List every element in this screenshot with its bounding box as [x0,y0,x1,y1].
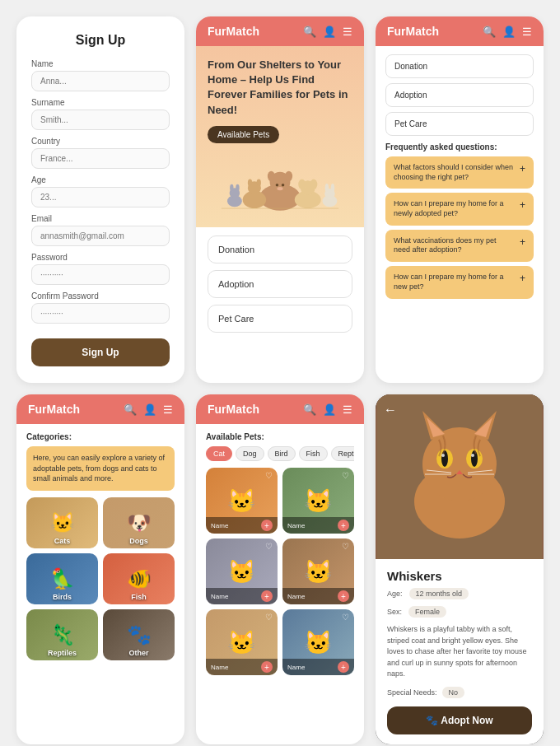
age-badge: 12 months old [409,588,469,599]
email-input[interactable] [31,226,170,246]
filter-reptile[interactable]: Reptile [331,446,354,461]
pet-heart-5[interactable]: ♡ [342,613,349,622]
birds-label: Birds [26,593,98,601]
pet-add-btn-0[interactable]: + [261,520,273,531]
menu-icon[interactable]: ☰ [343,26,352,38]
pets-search-icon[interactable]: 🔍 [303,403,316,416]
faq-item-0[interactable]: What factors should I consider when choo… [385,156,534,189]
pet-name-2: Name [211,593,228,600]
age-input[interactable] [31,187,170,207]
faq-menu-adoption[interactable]: Adoption [385,83,534,107]
svg-point-4 [276,184,279,187]
svg-point-36 [471,454,474,457]
country-input[interactable] [31,148,170,169]
hero-menu-donation[interactable]: Donation [208,235,352,263]
pet-heart-2[interactable]: ♡ [265,542,273,551]
pet-add-btn-1[interactable]: + [338,520,349,531]
pet-add-btn-5[interactable]: + [338,661,349,673]
available-pets-button[interactable]: Available Pets [208,126,279,143]
back-icon[interactable]: ← [384,403,397,417]
faq-expand-3[interactable]: + [520,273,525,284]
category-reptiles[interactable]: 🦎 Reptiles [26,609,98,660]
svg-point-33 [441,450,448,467]
name-input[interactable] [31,71,170,91]
faq-expand-1[interactable]: + [520,199,525,211]
signup-button[interactable]: Sign Up [31,338,170,366]
category-cats[interactable]: 🐱 Cats [26,497,98,548]
pet-name-bar-2: Name + [206,588,278,604]
pet-item-0[interactable]: 🐱 ♡ Name + [206,468,278,534]
pet-item-4[interactable]: 🐱 ♡ Name + [206,609,278,675]
cat-menu-icon[interactable]: ☰ [163,403,173,416]
pets-menu-icon[interactable]: ☰ [343,403,352,416]
hero-menu-adoption[interactable]: Adoption [208,270,352,298]
faq-user-icon[interactable]: 👤 [502,26,516,38]
fish-label: Fish [103,593,175,601]
hero-body: From Our Shelters to Your Home – Help Us… [196,46,364,227]
faq-expand-2[interactable]: + [520,236,525,248]
hero-card: FurMatch 🔍 👤 ☰ From Our Shelters to Your… [196,16,364,383]
faq-expand-0[interactable]: + [520,163,525,175]
filter-bird[interactable]: Bird [268,446,296,461]
faq-question-2: What vaccinations does my pet need after… [394,236,515,255]
pets-section-title: Available Pets: [206,432,354,441]
faq-section-title: Frequently asked questions: [385,142,534,152]
categories-grid: 🐱 Cats 🐶 Dogs 🦜 Birds 🐠 Fish 🦎 Re [26,497,175,660]
pet-heart-4[interactable]: ♡ [265,613,273,622]
faq-search-icon[interactable]: 🔍 [483,26,496,38]
pet-heart-1[interactable]: ♡ [342,471,349,480]
pet-item-3[interactable]: 🐱 ♡ Name + [282,539,354,604]
svg-point-13 [298,179,306,189]
hero-menu-petcare[interactable]: Pet Care [208,305,352,333]
cat-header: FurMatch 🔍 👤 ☰ [16,394,184,424]
category-birds[interactable]: 🦜 Birds [26,553,98,604]
pet-name-bar-1: Name + [282,517,354,534]
filter-cat[interactable]: Cat [206,446,232,461]
pet-heart-0[interactable]: ♡ [265,471,273,480]
faq-item-3[interactable]: How can I prepare my home for a new pet?… [385,266,534,298]
faq-menu-donation[interactable]: Donation [385,54,534,78]
password-input[interactable] [31,264,170,285]
pet-heart-3[interactable]: ♡ [342,542,349,551]
pet-name-5: Name [287,664,305,671]
pet-add-btn-3[interactable]: + [338,590,349,602]
pet-add-btn-4[interactable]: + [261,661,273,673]
pet-add-btn-2[interactable]: + [261,590,273,602]
categories-body: Categories: Here, you can easily explore… [16,424,184,669]
detail-description: Whiskers is a playful tabby with a soft,… [387,624,532,680]
cat-search-icon[interactable]: 🔍 [124,403,137,416]
confirm-password-input[interactable] [31,303,170,324]
detail-needs-row: Special Needs: No [387,687,532,698]
surname-label: Surname [31,98,170,107]
pet-name-3: Name [287,593,305,600]
pet-item-5[interactable]: 🐱 ♡ Name + [282,609,354,675]
faq-item-1[interactable]: How can I prepare my home for a newly ad… [385,193,534,225]
name-group: Name [31,59,170,91]
user-icon[interactable]: 👤 [323,26,336,38]
svg-point-21 [230,184,233,192]
categories-card: FurMatch 🔍 👤 ☰ Categories: Here, you can… [16,394,184,744]
password-group: Password [31,253,170,285]
faq-item-2[interactable]: What vaccinations does my pet need after… [385,230,534,262]
faq-menu-petcare[interactable]: Pet Care [385,112,534,136]
search-icon[interactable]: 🔍 [303,26,316,38]
adopt-now-button[interactable]: 🐾 Adopt Now [387,706,532,734]
faq-question-1: How can I prepare my home for a newly ad… [394,199,515,218]
surname-input[interactable] [31,110,170,130]
category-other[interactable]: 🐾 Other [103,609,175,660]
svg-point-6 [277,187,282,190]
pets-body: Available Pets: Cat Dog Bird Fish Reptil… [196,424,364,683]
category-dogs[interactable]: 🐶 Dogs [103,497,175,548]
age-label: Age: [387,590,403,598]
hero-logo: FurMatch [208,25,259,38]
pets-user-icon[interactable]: 👤 [323,403,336,416]
pet-item-2[interactable]: 🐱 ♡ Name + [206,539,278,604]
filter-dog[interactable]: Dog [236,446,264,461]
faq-menu-icon[interactable]: ☰ [522,26,532,38]
category-fish[interactable]: 🐠 Fish [103,553,175,604]
cat-user-icon[interactable]: 👤 [143,403,156,416]
pet-name-bar-3: Name + [282,588,354,604]
pet-item-1[interactable]: 🐱 ♡ Name + [282,468,354,534]
pets-logo: FurMatch [208,403,259,416]
filter-fish[interactable]: Fish [299,446,328,461]
